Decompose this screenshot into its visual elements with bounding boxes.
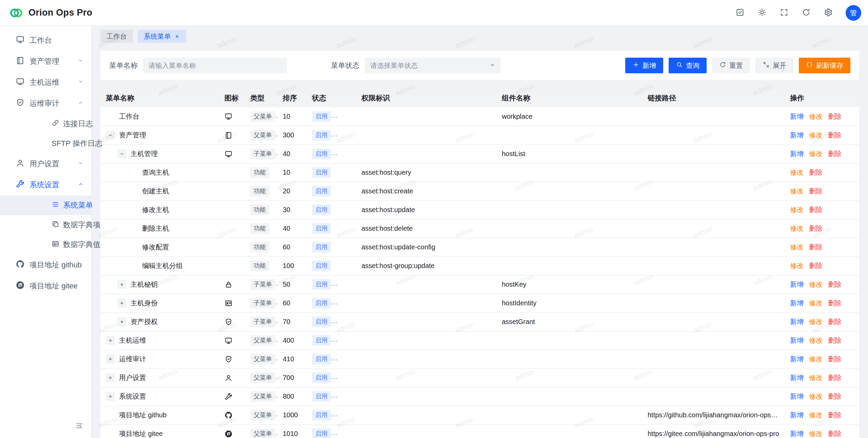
sidebar-item-4[interactable]: 用户设置 <box>0 153 91 174</box>
sidebar-item-2[interactable]: 主机运维 <box>0 72 91 93</box>
brand[interactable]: Orion Ops Pro <box>9 5 92 20</box>
edit-link[interactable]: 修改 <box>790 243 804 251</box>
search-button[interactable]: 查询 <box>669 58 707 73</box>
add-link[interactable]: 新增 <box>790 113 804 120</box>
delete-link[interactable]: 删除 <box>828 411 842 419</box>
check-square-button[interactable] <box>735 8 745 18</box>
expand-row-button[interactable] <box>117 317 126 326</box>
edit-link[interactable]: 修改 <box>790 169 804 176</box>
delete-link[interactable]: 删除 <box>828 355 842 363</box>
delete-link[interactable]: 删除 <box>828 374 842 381</box>
delete-link[interactable]: 删除 <box>828 430 842 437</box>
add-link[interactable]: 新增 <box>790 299 804 307</box>
delete-link[interactable]: 删除 <box>828 318 842 325</box>
expand-row-button[interactable] <box>117 280 126 289</box>
delete-link[interactable]: 删除 <box>828 281 842 288</box>
fullscreen-button[interactable] <box>780 8 789 18</box>
refresh-cache-button[interactable]: 刷新缓存 <box>799 58 850 73</box>
sidebar-item-7[interactable]: 项目地址 gitee <box>0 275 91 297</box>
edit-link[interactable]: 修改 <box>790 225 804 232</box>
tab-close-icon[interactable] <box>174 34 180 39</box>
sidebar-item-5[interactable]: 系统设置 <box>0 174 91 195</box>
edit-link[interactable]: 修改 <box>809 374 823 381</box>
delete-link[interactable]: 删除 <box>828 131 842 139</box>
expand-row-button[interactable] <box>106 355 115 364</box>
edit-link[interactable]: 修改 <box>809 393 823 400</box>
add-button[interactable]: 新增 <box>625 58 663 73</box>
sidebar-collapse-button[interactable] <box>75 421 84 431</box>
reset-button[interactable]: 重置 <box>712 58 750 73</box>
delete-link[interactable]: 删除 <box>809 225 823 232</box>
edit-link[interactable]: 修改 <box>790 187 804 195</box>
reload-button[interactable] <box>802 8 811 18</box>
delete-link[interactable]: 删除 <box>828 393 842 400</box>
menu-status-select[interactable]: 请选择菜单状态 <box>365 58 500 73</box>
edit-link[interactable]: 修改 <box>790 262 804 269</box>
sidebar-item-0[interactable]: 工作台 <box>0 30 91 51</box>
table-row: 修改主机功能30启用asset:host:update修改删除 <box>100 201 859 219</box>
add-link[interactable]: 新增 <box>790 131 804 139</box>
sun-button[interactable] <box>757 8 767 18</box>
sidebar-item-3[interactable]: 运维审计 <box>0 93 91 114</box>
sidebar-item-1[interactable]: 资产管理 <box>0 51 91 72</box>
main-area: 工作台系统菜单 菜单名称 菜单状态 请选择菜单状态 <box>92 26 868 438</box>
edit-link[interactable]: 修改 <box>809 113 823 120</box>
menu-name-input[interactable] <box>143 58 287 73</box>
sidebar-subitem-5-0[interactable]: 系统菜单 <box>0 195 91 215</box>
menu-status-label: 菜单状态 <box>331 61 359 70</box>
add-link[interactable]: 新增 <box>790 318 804 325</box>
edit-link[interactable]: 修改 <box>809 318 823 325</box>
add-link[interactable]: 新增 <box>790 337 804 344</box>
delete-link[interactable]: 删除 <box>809 206 823 213</box>
expand-button[interactable]: 展开 <box>755 58 793 73</box>
sidebar-subitem-5-1[interactable]: 数据字典项 <box>0 215 91 235</box>
add-link[interactable]: 新增 <box>790 150 804 157</box>
delete-link[interactable]: 删除 <box>828 299 842 307</box>
add-link[interactable]: 新增 <box>790 430 804 437</box>
delete-link[interactable]: 删除 <box>828 150 842 157</box>
collapse-row-button[interactable] <box>117 149 126 158</box>
expand-row-button[interactable] <box>106 336 115 345</box>
add-link[interactable]: 新增 <box>790 281 804 288</box>
sidebar-subitem-5-2[interactable]: 数据字典值 <box>0 235 91 254</box>
gear-button[interactable] <box>824 8 833 18</box>
edit-link[interactable]: 修改 <box>809 411 823 419</box>
edit-link[interactable]: 修改 <box>809 355 823 363</box>
add-link[interactable]: 新增 <box>790 411 804 419</box>
edit-link[interactable]: 修改 <box>809 299 823 307</box>
sidebar-subitem-3-1[interactable]: SFTP 操作日志 <box>0 134 91 153</box>
status-tag: 启用 <box>312 279 331 290</box>
tab-1[interactable]: 系统菜单 <box>138 30 186 43</box>
tab-label: 工作台 <box>106 32 127 41</box>
delete-link[interactable]: 删除 <box>809 169 823 176</box>
type-tag: 父菜单 <box>250 130 275 140</box>
edit-link[interactable]: 修改 <box>809 337 823 344</box>
edit-link[interactable]: 修改 <box>809 281 823 288</box>
delete-link[interactable]: 删除 <box>809 243 823 251</box>
delete-link[interactable]: 删除 <box>828 113 842 120</box>
expand-row-button[interactable] <box>117 299 126 308</box>
menu-list-icon <box>52 201 59 210</box>
delete-link[interactable]: 删除 <box>828 337 842 344</box>
app-logo-icon <box>9 5 24 20</box>
edit-link[interactable]: 修改 <box>790 206 804 213</box>
add-link[interactable]: 新增 <box>790 355 804 363</box>
user-avatar[interactable]: 管 <box>846 5 861 21</box>
edit-link[interactable]: 修改 <box>809 430 823 437</box>
tab-bar: 工作台系统菜单 <box>92 26 868 43</box>
menu-name: 主机管理 <box>131 149 158 158</box>
shield-icon <box>224 318 239 326</box>
expand-row-button[interactable] <box>106 392 115 401</box>
delete-link[interactable]: 删除 <box>809 187 823 195</box>
delete-link[interactable]: 删除 <box>809 262 823 269</box>
sidebar-item-6[interactable]: 项目地址 github <box>0 254 91 275</box>
edit-link[interactable]: 修改 <box>809 150 823 157</box>
sidebar-subitem-3-0[interactable]: 连接日志 <box>0 114 91 134</box>
collapse-row-button[interactable] <box>106 131 115 140</box>
tab-0[interactable]: 工作台 <box>100 30 133 43</box>
expand-row-button[interactable] <box>106 373 115 382</box>
add-link[interactable]: 新增 <box>790 393 804 400</box>
edit-link[interactable]: 修改 <box>809 131 823 139</box>
user-icon <box>16 158 25 170</box>
add-link[interactable]: 新增 <box>790 374 804 381</box>
